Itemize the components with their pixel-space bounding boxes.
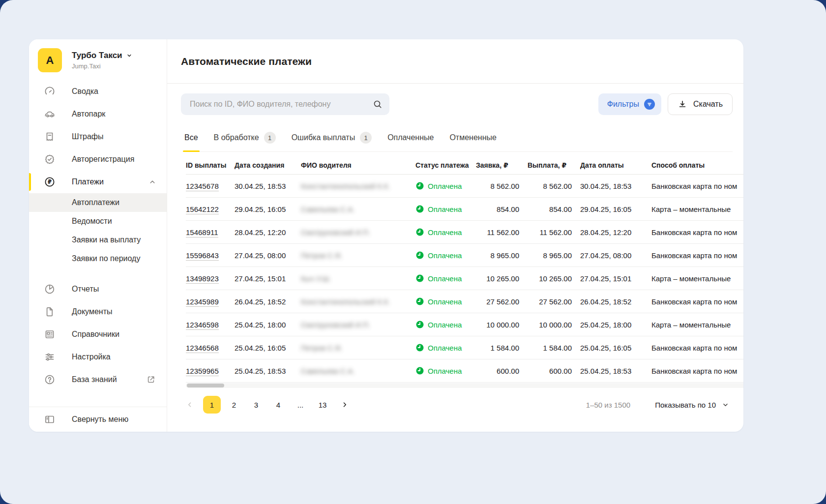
- collapse-menu-button[interactable]: Свернуть меню: [29, 407, 167, 432]
- table-body: 12345678 30.04.25, 18:53 Константинополь…: [186, 175, 743, 383]
- payment-id-link[interactable]: 12359965: [186, 367, 219, 376]
- tab-badge: 1: [264, 132, 276, 144]
- collapse-sidebar-icon: [44, 414, 56, 425]
- column-header: Выплата, ₽: [528, 161, 580, 169]
- table-row[interactable]: 12359965 25.04.25, 18:53 Савельева С.А. …: [186, 359, 743, 383]
- paid-clock-icon: [415, 366, 424, 375]
- table-row[interactable]: 15642122 29.04.25, 16:05 Савельева С.А. …: [186, 198, 743, 221]
- toolbar: Фильтры Скачать: [181, 93, 733, 115]
- paid-clock-icon: [415, 320, 424, 329]
- status-label: Оплачена: [428, 367, 462, 375]
- sidebar-subitem-statements[interactable]: Ведомости: [29, 212, 167, 231]
- payments-table: ID выплаты Дата создания ФИО водителя Ст…: [186, 156, 743, 388]
- main-content: Автоматические платежи Фильтры Скачать: [167, 39, 743, 432]
- payment-method-cell: Банковская карта по ном: [651, 367, 743, 375]
- horizontal-scrollbar-thumb[interactable]: [187, 384, 224, 387]
- paid-date-cell: 25.04.25, 18:00: [580, 321, 651, 329]
- paid-clock-icon: [415, 181, 424, 190]
- page-button[interactable]: 4: [269, 396, 287, 414]
- payout-amount-cell: 10 000.00: [528, 321, 580, 329]
- tab[interactable]: Ошибка выплаты 1: [291, 132, 372, 151]
- paid-clock-icon: [415, 205, 424, 213]
- download-button[interactable]: Скачать: [668, 93, 733, 115]
- page-button[interactable]: 2: [225, 396, 243, 414]
- sidebar-item-payments[interactable]: ₽ Платежи: [29, 171, 167, 193]
- paid-date-cell: 25.04.25, 16:05: [580, 344, 651, 352]
- sidebar-item-label: Автопарк: [72, 110, 105, 119]
- payment-id-link[interactable]: 15642122: [186, 205, 219, 214]
- document-icon: [44, 306, 56, 318]
- receipt-icon: [44, 131, 56, 143]
- payment-method-cell: Банковская карта по ном: [651, 297, 743, 306]
- sidebar-item-label: База знаний: [72, 375, 117, 384]
- page-button[interactable]: ...: [292, 396, 309, 414]
- company-avatar: A: [38, 48, 62, 72]
- payment-id-link[interactable]: 12345989: [186, 297, 219, 307]
- sidebar-item-fleet[interactable]: Автопарк: [29, 103, 167, 125]
- status-cell: Оплачена: [415, 274, 476, 283]
- sidebar-item-fines[interactable]: Штрафы: [29, 125, 167, 148]
- payment-id-link[interactable]: 15468911: [186, 228, 218, 237]
- payment-id-link[interactable]: 12346568: [186, 344, 219, 353]
- page-button[interactable]: 1: [203, 396, 221, 414]
- tab-badge: 1: [360, 132, 372, 144]
- payment-id-link[interactable]: 13498923: [186, 274, 219, 284]
- ruble-circle-icon: ₽: [44, 176, 56, 188]
- status-label: Оплачена: [428, 251, 462, 260]
- brand-text: Турбо Такси Jump.Taxi: [72, 51, 133, 69]
- sidebar-menu: Сводка Автопарк Штрафы Авторегистрация ₽…: [29, 72, 167, 407]
- next-page-button[interactable]: [336, 396, 354, 414]
- sidebar-item-directories[interactable]: Справочники: [29, 323, 167, 346]
- table-row[interactable]: 12345989 26.04.25, 18:52 Константинополь…: [186, 290, 743, 313]
- page-button[interactable]: 13: [314, 396, 331, 414]
- per-page-select[interactable]: Показывать по 10: [655, 401, 730, 409]
- paid-date-cell: 27.04.25, 08:00: [580, 251, 651, 260]
- sidebar-item-documents[interactable]: Документы: [29, 300, 167, 323]
- page-button[interactable]: 3: [247, 396, 265, 414]
- payment-id-link[interactable]: 12345678: [186, 182, 219, 191]
- page-header: Автоматические платежи: [167, 39, 743, 84]
- sidebar-item-summary[interactable]: Сводка: [29, 80, 167, 103]
- account-switcher[interactable]: A Турбо Такси Jump.Taxi: [29, 39, 167, 72]
- status-cell: Оплачена: [415, 343, 476, 352]
- sidebar-item-autoregistration[interactable]: Авторегистрация: [29, 148, 167, 171]
- search-input[interactable]: [189, 99, 373, 109]
- app-card: A Турбо Такси Jump.Taxi Сводка Автопарк …: [29, 39, 743, 432]
- sidebar-subitem-autopayments[interactable]: Автоплатежи: [29, 193, 167, 212]
- table-row[interactable]: 12346598 25.04.25, 18:00 Смотруновский И…: [186, 313, 743, 336]
- table-row[interactable]: 15596843 27.04.25, 08:00 Петров С.Я. Опл…: [186, 244, 743, 267]
- pager-right: 1–50 из 1500 Показывать по 10: [586, 401, 730, 409]
- sidebar-item-settings[interactable]: Настройка: [29, 346, 167, 368]
- tab[interactable]: В обработке 1: [213, 132, 276, 151]
- sidebar-subitem-period-requests[interactable]: Заявки по периоду: [29, 249, 167, 268]
- search-icon[interactable]: [373, 99, 383, 109]
- request-amount-cell: 11 562.00: [476, 228, 528, 237]
- column-header: ID выплаты: [186, 161, 235, 169]
- sidebar-item-reports[interactable]: Отчеты: [29, 278, 167, 300]
- per-page-label: Показывать по 10: [655, 401, 716, 409]
- sidebar-item-knowledge-base[interactable]: База знаний: [29, 368, 167, 391]
- created-date-cell: 29.04.25, 16:05: [235, 205, 301, 213]
- filters-button[interactable]: Фильтры: [598, 93, 661, 115]
- status-label: Оплачена: [428, 321, 462, 329]
- toolbar-actions: Фильтры Скачать: [598, 93, 733, 115]
- tab[interactable]: Отмененные: [449, 132, 497, 151]
- collapse-menu-label: Свернуть меню: [72, 415, 128, 424]
- payment-id-link[interactable]: 15596843: [186, 251, 219, 261]
- download-icon: [678, 99, 687, 109]
- sidebar-subitem-payout-requests[interactable]: Заявки на выплату: [29, 231, 167, 249]
- table-row[interactable]: 15468911 28.04.25, 12:20 Смотруновский И…: [186, 221, 743, 244]
- table-row[interactable]: 12346568 25.04.25, 16:05 Петров С.Я. Опл…: [186, 336, 743, 359]
- prev-page-button[interactable]: [181, 396, 199, 414]
- table-row[interactable]: 12345678 30.04.25, 18:53 Константинополь…: [186, 175, 743, 198]
- horizontal-scrollbar-track[interactable]: [186, 383, 743, 388]
- table-row[interactable]: 13498923 27.04.25, 15:01 Кыч У.Ш. Оплаче…: [186, 267, 743, 290]
- tab[interactable]: Оплаченные: [387, 132, 434, 151]
- column-header: Дата оплаты: [580, 161, 651, 169]
- paid-clock-icon: [415, 343, 424, 352]
- status-label: Оплачена: [428, 297, 462, 306]
- payment-id-link[interactable]: 12346598: [186, 321, 219, 330]
- tab[interactable]: Все: [184, 132, 199, 151]
- request-amount-cell: 8 965.00: [476, 251, 528, 260]
- tab-label: В обработке: [214, 133, 259, 142]
